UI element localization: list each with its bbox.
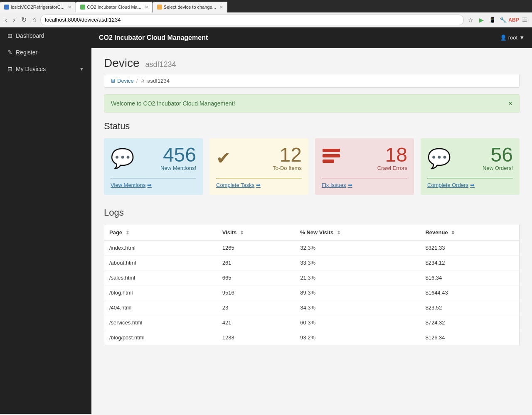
table-header-row: Page ⇕ Visits ⇕ % New Visits ⇕ (104, 225, 520, 241)
mentions-number: 456 (160, 145, 196, 165)
top-navbar: CO2 Incubator Cloud Management 👤 root ▼ (91, 27, 532, 48)
breadcrumb: 🖥 Device / 🖨 asdf1234 (104, 74, 520, 88)
browser-tab-2[interactable]: CO2 Incubator Cloud Ma... ✕ (76, 2, 153, 12)
table-row: /index.html126532.3%$321.33 (104, 240, 520, 255)
tab-close-3[interactable]: ✕ (219, 5, 223, 10)
cell-visits-0: 1265 (217, 240, 295, 255)
orders-label: New Orders! (483, 165, 513, 171)
page-title: Device (104, 56, 140, 69)
extension-icon-1[interactable]: ▶ (477, 16, 485, 24)
orders-card-top: 💬 56 New Orders! (427, 145, 513, 171)
sidebar-item-dashboard[interactable]: ⊞ Dashboard (0, 27, 91, 44)
breadcrumb-separator: / (136, 78, 138, 84)
col-revenue-label: Revenue (425, 229, 448, 236)
orders-number: 56 (483, 145, 513, 165)
sidebar-item-register[interactable]: ✎ Register (0, 44, 91, 61)
dashboard-icon: ⊞ (7, 32, 12, 39)
table-row: /about.html26133.3%$234.12 (104, 255, 520, 270)
todo-arrow-icon: ➡ (256, 182, 261, 188)
table-row: /sales.html66521.3%$16.34 (104, 270, 520, 285)
breadcrumb-device-label: Device (117, 78, 134, 84)
col-header-page[interactable]: Page ⇕ (104, 225, 217, 241)
device-icon: 🖨 (140, 78, 145, 84)
cell-page-3: /blog.html (104, 285, 217, 300)
extension-icon-2[interactable]: 📱 (488, 16, 496, 24)
logs-heading: Logs (104, 207, 520, 218)
cell-visits-4: 23 (217, 300, 295, 315)
cell-new_visits-0: 32.3% (295, 240, 420, 255)
sidebar-item-my-devices[interactable]: ⊟ My Devices ▼ (0, 61, 91, 77)
browser-tab-1[interactable]: loslch/CO2RefrigeratorC... ✕ (0, 2, 76, 12)
table-row: /blog.html951689.3%$1644.43 (104, 285, 520, 300)
col-new-visits-label: % New Visits (300, 229, 333, 236)
browser-tab-3[interactable]: Select device to change... ✕ (153, 2, 227, 12)
breadcrumb-device-link[interactable]: 🖥 Device (110, 78, 134, 84)
tab-favicon-3 (157, 5, 162, 10)
user-menu[interactable]: 👤 root ▼ (500, 34, 525, 41)
reload-button[interactable]: ↻ (20, 15, 28, 25)
todo-link-label: Complete Tasks (216, 182, 254, 188)
cell-visits-1: 261 (217, 255, 295, 270)
todo-card-top: ✔ 12 To-Do Items (216, 145, 302, 171)
back-button[interactable]: ‹ (3, 15, 9, 25)
orders-link[interactable]: Complete Orders ➡ (427, 182, 513, 188)
visits-sort-icon: ⇕ (240, 230, 244, 235)
user-icon: 👤 (500, 34, 507, 41)
svg-rect-0 (323, 149, 340, 152)
cell-visits-2: 665 (217, 270, 295, 285)
sidebar-label-dashboard: Dashboard (16, 32, 44, 39)
mentions-icon: 💬 (111, 147, 134, 169)
navbar-brand: CO2 Incubator Cloud Management (99, 34, 208, 42)
crawl-icon (322, 147, 341, 170)
col-header-revenue[interactable]: Revenue ⇕ (420, 225, 519, 241)
svg-rect-1 (323, 154, 340, 157)
col-header-new-visits[interactable]: % New Visits ⇕ (295, 225, 420, 241)
home-button[interactable]: ⌂ (31, 15, 38, 25)
mentions-card: 💬 456 New Mentions! View Mentions ➡ (104, 138, 203, 195)
mentions-link[interactable]: View Mentions ➡ (111, 182, 196, 188)
crawl-link[interactable]: Fix Issues ➡ (322, 182, 407, 188)
tab-close-1[interactable]: ✕ (68, 5, 71, 10)
adblock-icon[interactable]: ABP (510, 16, 518, 24)
col-visits-label: Visits (222, 229, 236, 236)
welcome-alert: Welcome to CO2 Incubator Cloud Managemen… (104, 94, 520, 113)
app-container: ⊞ Dashboard ✎ Register ⊟ My Devices ▼ CO… (0, 27, 532, 414)
page-subtitle: asdf1234 (145, 60, 176, 69)
cell-new_visits-6: 93.2% (295, 330, 420, 345)
extension-icon-3[interactable]: 🔧 (499, 16, 507, 24)
cell-new_visits-3: 89.3% (295, 285, 420, 300)
mentions-card-top: 💬 456 New Mentions! (111, 145, 196, 171)
col-header-visits[interactable]: Visits ⇕ (217, 225, 295, 241)
breadcrumb-current-label: asdf1234 (147, 78, 170, 84)
user-dropdown-arrow: ▼ (519, 34, 525, 41)
devices-arrow-icon: ▼ (79, 66, 84, 71)
cell-revenue-0: $321.33 (420, 240, 519, 255)
tab-favicon-2 (80, 5, 85, 10)
table-row: /services.html42160.3%$724.32 (104, 315, 520, 330)
sidebar-label-my-devices: My Devices (16, 66, 46, 72)
todo-label: To-Do Items (273, 165, 302, 171)
table-row: /404.html2334.3%$23.52 (104, 300, 520, 315)
svg-rect-2 (323, 160, 334, 163)
tab-favicon-1 (4, 5, 9, 10)
menu-icon[interactable]: ☰ (520, 16, 529, 24)
tab-label-2: CO2 Incubator Cloud Ma... (87, 5, 141, 10)
revenue-sort-icon: ⇕ (451, 230, 455, 235)
table-row: /blog/post.html123393.2%$126.34 (104, 330, 520, 345)
orders-icon: 💬 (427, 147, 451, 169)
alert-message: Welcome to CO2 Incubator Cloud Managemen… (111, 100, 235, 107)
alert-close-button[interactable]: × (508, 100, 512, 107)
todo-card: ✔ 12 To-Do Items Complete Tasks ➡ (209, 138, 308, 195)
address-bar[interactable] (40, 15, 464, 25)
bookmark-icon[interactable]: ☆ (466, 16, 475, 24)
cell-page-0: /index.html (104, 240, 217, 255)
todo-link[interactable]: Complete Tasks ➡ (216, 182, 302, 188)
cell-page-2: /sales.html (104, 270, 217, 285)
forward-button[interactable]: › (11, 15, 17, 25)
mentions-arrow-icon: ➡ (147, 182, 152, 188)
status-cards: 💬 456 New Mentions! View Mentions ➡ (104, 138, 520, 195)
main-content: Device asdf1234 🖥 Device / 🖨 asdf1234 (91, 48, 532, 414)
tab-close-2[interactable]: ✕ (145, 5, 148, 10)
cell-page-5: /services.html (104, 315, 217, 330)
breadcrumb-current: 🖨 asdf1234 (140, 78, 170, 84)
